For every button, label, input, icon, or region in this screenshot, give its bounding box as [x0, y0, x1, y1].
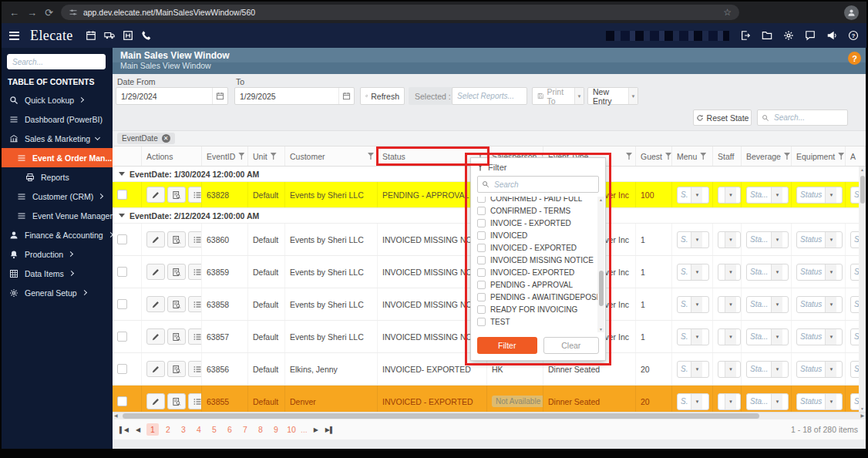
preview-button[interactable] [167, 231, 186, 248]
details-button[interactable] [188, 361, 202, 377]
column-header-guest[interactable]: Guest [636, 146, 672, 166]
scrollbar-thumb[interactable] [123, 413, 759, 419]
filter-funnel-icon[interactable] [700, 153, 706, 160]
option-checkbox[interactable] [477, 244, 486, 252]
sidebar-item-production[interactable]: Production [2, 244, 113, 264]
sidebar-search-input[interactable] [7, 54, 106, 69]
next-page-button[interactable]: ▶ [311, 426, 321, 433]
page-button[interactable]: 7 [239, 423, 251, 436]
option-checkbox[interactable] [477, 219, 486, 227]
edit-button[interactable] [146, 328, 165, 345]
grid-search-field[interactable] [757, 109, 848, 126]
remove-group-icon[interactable]: ✕ [162, 134, 170, 143]
first-page-button[interactable]: ▌◀ [119, 426, 130, 433]
equipment-select[interactable]: Status▼ [796, 231, 843, 248]
sidebar-item-quick-lookup[interactable]: Quick Lookup [2, 90, 113, 109]
staff-select[interactable]: ▼ [718, 328, 741, 345]
new-entry-dropdown-arrow[interactable]: ▼ [628, 88, 638, 104]
filter-funnel-icon[interactable] [784, 153, 790, 160]
date-to-field[interactable] [234, 87, 355, 105]
row-checkbox[interactable] [117, 396, 127, 406]
browser-back-icon[interactable]: ← [9, 8, 19, 18]
filter-funnel-icon[interactable] [626, 153, 632, 160]
beverage-select[interactable]: Sta...▼ [746, 393, 789, 410]
details-button[interactable] [188, 264, 202, 280]
staff-select[interactable]: ▼ [718, 231, 741, 248]
sidebar-item-finance-accounting[interactable]: Finance & Accounting [2, 225, 113, 244]
menu-select[interactable]: S.▼ [677, 361, 709, 378]
menu-hamburger-icon[interactable] [9, 32, 19, 40]
filter-option[interactable]: READY FOR INVOICING [477, 303, 605, 315]
filter-option[interactable]: INVOICE - EXPORTED [477, 217, 605, 229]
site-settings-icon[interactable] [69, 8, 78, 17]
page-button[interactable]: 3 [177, 423, 190, 436]
sidebar-item-sales-marketing[interactable]: Sales & Marketing [2, 129, 113, 148]
preview-button[interactable] [167, 187, 186, 203]
browser-forward-icon[interactable]: → [27, 8, 37, 18]
scrollbar-thumb[interactable] [860, 176, 865, 204]
edit-button[interactable] [146, 231, 165, 248]
option-checkbox[interactable] [477, 231, 486, 240]
filter-search-input[interactable] [493, 180, 594, 190]
page-button[interactable]: 6 [224, 423, 236, 436]
page-button[interactable]: 5 [208, 423, 220, 436]
page-button[interactable]: 2 [162, 423, 174, 436]
prev-page-button[interactable]: ◀ [133, 426, 143, 433]
page-button[interactable]: 9 [270, 423, 282, 436]
column-header-eventid[interactable]: EventID [202, 146, 248, 166]
details-button[interactable] [188, 393, 202, 409]
row-checkbox[interactable] [117, 190, 127, 200]
column-header-equipment[interactable]: Equipment [792, 146, 846, 166]
grid-horizontal-scrollbar[interactable]: ◀ ▶ [113, 412, 866, 419]
staff-select[interactable]: ▼ [718, 393, 741, 410]
preview-button[interactable] [167, 393, 186, 409]
truck-icon[interactable] [104, 30, 115, 41]
filter-list-scrollbar[interactable]: ▲ ▼ [597, 197, 604, 332]
filter-funnel-icon[interactable] [238, 153, 244, 160]
edit-button[interactable] [146, 361, 165, 377]
sidebar-item-customer-crm[interactable]: Customer (CRM) [2, 187, 113, 206]
apply-filter-button[interactable]: Filter [477, 337, 537, 354]
sidebar-item-reports[interactable]: Reports [2, 167, 113, 187]
option-checkbox[interactable] [477, 256, 486, 264]
menu-select[interactable]: S.▼ [677, 187, 709, 204]
calendar-icon[interactable] [86, 30, 96, 41]
page-button[interactable]: 10 [285, 423, 298, 436]
page-button[interactable]: 1 [146, 423, 159, 436]
equipment-select[interactable]: Status▼ [796, 328, 843, 345]
venue-icon[interactable] [123, 30, 133, 41]
sidebar-item-data-items[interactable]: Data Items [2, 264, 113, 283]
filter-option[interactable]: CONFIRMED - PAID FULL [477, 197, 605, 204]
bookmark-star-icon[interactable]: ☆ [723, 7, 732, 18]
filter-option[interactable]: PENDING - AWAITINGDEPOSIT [477, 291, 605, 303]
grid-vertical-scrollbar[interactable]: ▲ ▼ [859, 167, 866, 412]
collapse-triangle-icon[interactable] [119, 214, 125, 217]
beverage-select[interactable]: Sta...▼ [746, 231, 789, 248]
filter-funnel-icon[interactable] [368, 153, 374, 160]
new-entry-button[interactable]: New Entry ▼ [587, 87, 638, 105]
reset-state-button[interactable]: Reset State [693, 109, 752, 126]
beverage-select[interactable]: Sta...▼ [746, 361, 789, 378]
menu-select[interactable]: S.▼ [677, 231, 709, 248]
sidebar-item-general-setup[interactable]: General Setup [2, 283, 113, 302]
sidebar-item-event-order-management[interactable]: Event & Order Man... [2, 148, 113, 167]
scroll-up-icon[interactable]: ▲ [597, 197, 604, 202]
equipment-select[interactable]: Status▼ [796, 264, 843, 281]
browser-reload-icon[interactable]: ⟳ [45, 8, 53, 18]
print-to-button[interactable]: Print To ▼ [532, 87, 584, 105]
grid-search-input[interactable] [772, 113, 843, 123]
column-header-staff[interactable]: Staff [713, 146, 742, 166]
column-header-account[interactable]: A [846, 146, 866, 166]
scrollbar-thumb[interactable] [599, 271, 604, 306]
filter-funnel-icon[interactable] [665, 153, 671, 160]
edit-button[interactable] [146, 187, 165, 203]
equipment-select[interactable]: Status▼ [796, 393, 843, 410]
beverage-select[interactable]: Sta...▼ [746, 328, 789, 345]
filter-option[interactable]: INVOICED - EXPORTED [477, 241, 605, 254]
date-from-input[interactable] [116, 92, 212, 101]
filter-option[interactable]: INVOICED [477, 229, 605, 241]
gear-icon[interactable] [783, 30, 794, 41]
page-button[interactable]: 4 [193, 423, 205, 436]
table-row-selected[interactable]: 63855 Default Denver INVOICED - EXPORTED… [113, 386, 866, 412]
preview-button[interactable] [167, 296, 186, 312]
